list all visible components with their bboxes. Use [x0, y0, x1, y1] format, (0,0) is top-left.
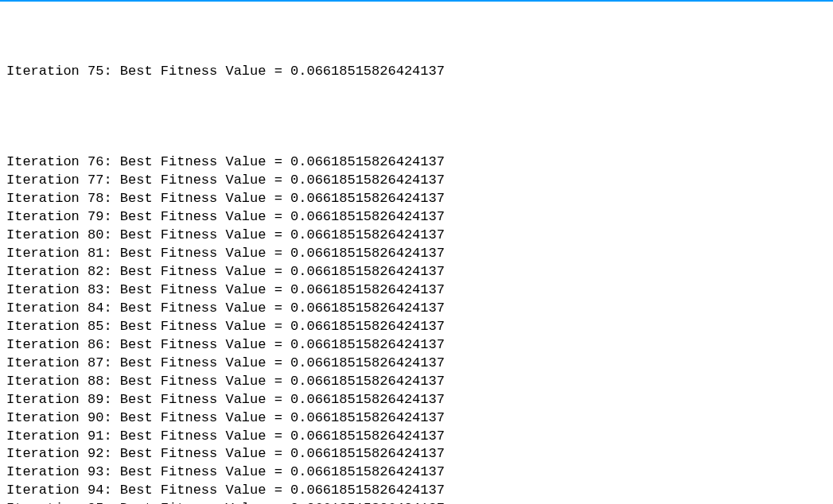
output-line: Iteration 78: Best Fitness Value = 0.066… [6, 190, 827, 208]
output-line: Iteration 89: Best Fitness Value = 0.066… [6, 391, 827, 409]
output-line: Iteration 86: Best Fitness Value = 0.066… [6, 336, 827, 355]
output-line: Iteration 76: Best Fitness Value = 0.066… [6, 153, 827, 172]
output-line: Iteration 82: Best Fitness Value = 0.066… [6, 263, 827, 281]
output-line: Iteration 87: Best Fitness Value = 0.066… [6, 355, 827, 373]
output-line: Iteration 75: Best Fitness Value = 0.066… [6, 63, 827, 81]
output-line: Iteration 92: Best Fitness Value = 0.066… [6, 445, 827, 463]
output-line: Iteration 91: Best Fitness Value = 0.066… [6, 428, 827, 446]
output-line: Iteration 80: Best Fitness Value = 0.066… [6, 227, 827, 245]
output-line: Iteration 81: Best Fitness Value = 0.066… [6, 245, 827, 263]
output-line: Iteration 77: Best Fitness Value = 0.066… [6, 172, 827, 190]
console-output: Iteration 75: Best Fitness Value = 0.066… [0, 2, 833, 504]
output-line-partial: Iteration 75: Best Fitness Value = 0.066… [6, 26, 827, 118]
output-line: Iteration 95: Best Fitness Value = 0.066… [6, 500, 827, 504]
output-line: Iteration 88: Best Fitness Value = 0.066… [6, 373, 827, 391]
output-line: Iteration 79: Best Fitness Value = 0.066… [6, 208, 827, 227]
output-line: Iteration 90: Best Fitness Value = 0.066… [6, 409, 827, 428]
output-line: Iteration 85: Best Fitness Value = 0.066… [6, 318, 827, 336]
output-line: Iteration 93: Best Fitness Value = 0.066… [6, 463, 827, 482]
output-line: Iteration 84: Best Fitness Value = 0.066… [6, 300, 827, 318]
output-line: Iteration 94: Best Fitness Value = 0.066… [6, 482, 827, 500]
output-line: Iteration 83: Best Fitness Value = 0.066… [6, 281, 827, 300]
